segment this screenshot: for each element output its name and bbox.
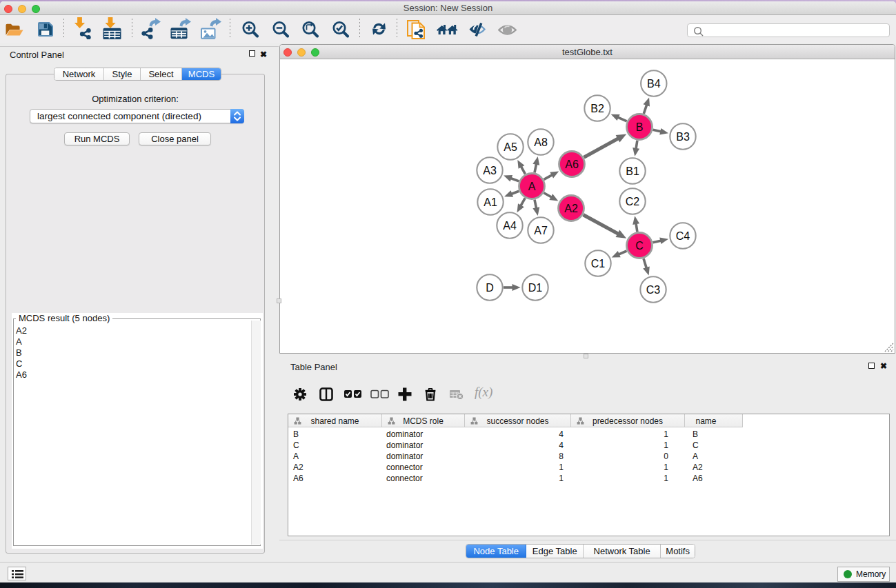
svg-text:A3: A3 bbox=[483, 165, 497, 176]
svg-text:A5: A5 bbox=[504, 141, 517, 153]
svg-text:A4: A4 bbox=[503, 220, 517, 232]
svg-text:D: D bbox=[486, 282, 494, 294]
svg-text:C2: C2 bbox=[626, 196, 640, 207]
svg-text:C: C bbox=[635, 240, 644, 252]
svg-text:D1: D1 bbox=[528, 282, 543, 294]
svg-text:B1: B1 bbox=[626, 165, 639, 177]
svg-text:A7: A7 bbox=[534, 225, 548, 236]
svg-text:B3: B3 bbox=[676, 131, 690, 143]
svg-text:A1: A1 bbox=[484, 196, 497, 208]
svg-text:A2: A2 bbox=[564, 203, 578, 214]
svg-text:C3: C3 bbox=[646, 284, 661, 296]
svg-text:C4: C4 bbox=[676, 230, 690, 242]
svg-text:A8: A8 bbox=[534, 136, 548, 148]
svg-text:B4: B4 bbox=[647, 78, 661, 90]
svg-text:B2: B2 bbox=[590, 103, 604, 114]
svg-text:A6: A6 bbox=[565, 159, 579, 170]
svg-text:B: B bbox=[636, 121, 644, 133]
svg-text:A: A bbox=[528, 181, 536, 192]
svg-text:C1: C1 bbox=[591, 258, 606, 270]
